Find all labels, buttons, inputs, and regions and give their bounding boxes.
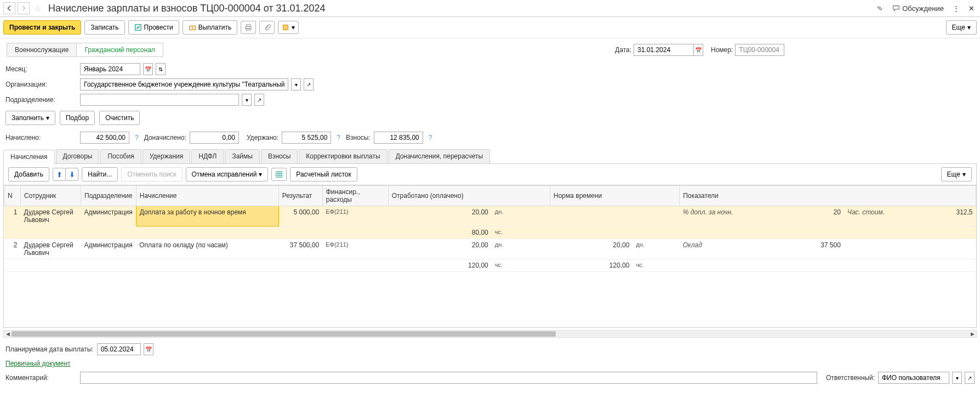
plan-date-calendar-icon[interactable]: 📅	[144, 343, 153, 355]
col-accrual[interactable]: Начисление	[136, 186, 278, 206]
discussion-label: Обсуждение	[902, 4, 944, 13]
accruals-table[interactable]: N Сотрудник Подразделение Начисление Рез…	[3, 185, 977, 328]
cell-norm-hours-unit: чс.	[633, 259, 679, 272]
discussion-button[interactable]: Обсуждение	[890, 3, 946, 14]
move-down-button[interactable]: ⬇	[65, 168, 78, 181]
save-button[interactable]: Записать	[84, 20, 124, 35]
date-input[interactable]	[634, 44, 694, 56]
tab-military[interactable]: Военнослужащие	[7, 43, 77, 57]
scroll-right-icon[interactable]: ▶	[968, 331, 976, 337]
print-button[interactable]	[241, 21, 256, 34]
table-subrow[interactable]: 120,00 чс. 120,00 чс.	[4, 259, 976, 272]
svg-rect-7	[276, 172, 282, 178]
grid-more-button[interactable]: Еще ▾	[941, 167, 972, 181]
plan-date-input[interactable]	[97, 343, 141, 355]
month-calendar-icon[interactable]: 📅	[143, 63, 153, 75]
col-worked[interactable]: Отработано (оплачено)	[388, 186, 550, 206]
tab-loans[interactable]: Займы	[225, 149, 260, 163]
scroll-thumb[interactable]	[12, 331, 556, 337]
cell-ind1-val: 20	[791, 206, 844, 226]
close-icon[interactable]: ✕	[966, 3, 977, 14]
comment-input[interactable]	[80, 372, 817, 384]
post-and-close-button[interactable]: Провести и закрыть	[3, 20, 81, 35]
contrib-value	[374, 132, 423, 144]
tab-civil[interactable]: Гражданский персонал	[77, 43, 163, 57]
cell-ind1-val: 37 500	[791, 239, 844, 259]
svg-point-2	[191, 27, 193, 29]
extra-label: Доначислено:	[144, 134, 186, 141]
cell-accrual[interactable]: Оплата по окладу (по часам)	[136, 239, 278, 259]
find-button[interactable]: Найти...	[82, 167, 118, 181]
calendar-icon[interactable]: 📅	[693, 44, 703, 56]
more-menu-icon[interactable]: ⋮	[950, 3, 962, 14]
dept-input[interactable]	[80, 94, 239, 106]
contrib-help-icon[interactable]: ?	[426, 134, 435, 141]
add-row-button[interactable]: Добавить	[8, 167, 49, 181]
tab-ndfl[interactable]: НДФЛ	[191, 149, 224, 163]
responsible-input[interactable]	[878, 372, 949, 384]
table-subrow[interactable]: 80,00 чс.	[4, 226, 976, 239]
accrued-label: Начислено:	[5, 134, 77, 141]
col-norm[interactable]: Норма времени	[550, 186, 679, 206]
cell-n: 1	[4, 206, 21, 226]
tab-recalc[interactable]: Доначисления, перерасчеты	[389, 149, 490, 163]
responsible-open-icon[interactable]: ↗	[965, 372, 975, 384]
tab-contracts[interactable]: Договоры	[56, 149, 100, 163]
attach-button[interactable]	[259, 21, 275, 34]
post-button[interactable]: Провести	[128, 20, 179, 35]
svg-rect-3	[247, 25, 250, 27]
tab-contributions[interactable]: Взносы	[261, 149, 298, 163]
tab-deductions[interactable]: Удержания	[143, 149, 191, 163]
org-dropdown-icon[interactable]: ▾	[291, 78, 301, 90]
month-input[interactable]	[80, 63, 140, 75]
org-input[interactable]	[80, 78, 288, 90]
post-label: Провести	[144, 24, 173, 31]
dept-open-icon[interactable]: ↗	[254, 94, 264, 106]
col-n[interactable]: N	[4, 186, 21, 206]
tab-benefits[interactable]: Пособия	[100, 149, 141, 163]
accrued-help-icon[interactable]: ?	[133, 134, 141, 141]
horizontal-scrollbar[interactable]: ◀ ▶	[3, 330, 977, 338]
grid-settings-button[interactable]	[271, 168, 287, 181]
org-open-icon[interactable]: ↗	[304, 78, 314, 90]
cell-dept: Администрация	[81, 239, 136, 259]
col-result[interactable]: Результат	[278, 186, 322, 206]
link-icon[interactable]	[874, 3, 886, 13]
tab-corrections[interactable]: Корректировки выплаты	[299, 149, 387, 163]
cancel-find-button: Отменить поиск	[121, 167, 182, 181]
responsible-dropdown-icon[interactable]: ▾	[952, 372, 962, 384]
contrib-label: Взносы:	[346, 134, 371, 141]
cell-worked-hours-unit: чс.	[492, 259, 550, 272]
select-button[interactable]: Подбор	[60, 111, 95, 125]
move-up-button[interactable]: ⬆	[53, 168, 66, 181]
favorite-icon[interactable]: ☆	[32, 2, 44, 14]
table-row[interactable]: 1 Дударев Сергей Львович Администрация Д…	[4, 206, 976, 226]
col-fin[interactable]: Финансир., расходы	[322, 186, 388, 206]
more-button[interactable]: Еще ▾	[946, 20, 977, 35]
cancel-fix-button[interactable]: Отмена исправлений ▾	[186, 167, 269, 181]
fill-button[interactable]: Заполнить ▾	[5, 111, 55, 125]
col-employee[interactable]: Сотрудник	[21, 186, 81, 206]
category-tabs: Военнослужащие Гражданский персонал	[3, 41, 167, 59]
tab-accruals[interactable]: Начисления	[3, 150, 55, 164]
col-indicators[interactable]: Показатели	[680, 186, 976, 206]
month-spinner[interactable]: ⇅	[156, 63, 166, 75]
cell-result: 5 000,00	[278, 206, 322, 226]
payslip-button[interactable]: Расчетный листок	[290, 167, 357, 181]
cell-ind2-val	[931, 239, 976, 259]
report-button[interactable]: ▾	[278, 21, 299, 34]
pay-button[interactable]: Выплатить	[183, 20, 238, 35]
number-input[interactable]	[735, 44, 784, 56]
cell-norm-days: 20,00	[550, 239, 633, 259]
cell-accrual[interactable]: Доплата за работу в ночное время	[136, 206, 278, 226]
forward-button[interactable]	[18, 2, 30, 14]
table-row[interactable]: 2 Дударев Сергей Львович Администрация О…	[4, 239, 976, 259]
primary-doc-link[interactable]: Первичный документ	[5, 360, 71, 367]
clear-button[interactable]: Очистить	[99, 111, 140, 125]
cell-employee: Дударев Сергей Львович	[21, 206, 81, 226]
col-dept[interactable]: Подразделение	[81, 186, 136, 206]
scroll-left-icon[interactable]: ◀	[4, 331, 12, 337]
withheld-help-icon[interactable]: ?	[334, 134, 343, 141]
dept-dropdown-icon[interactable]: ▾	[242, 94, 252, 106]
back-button[interactable]	[3, 2, 15, 14]
